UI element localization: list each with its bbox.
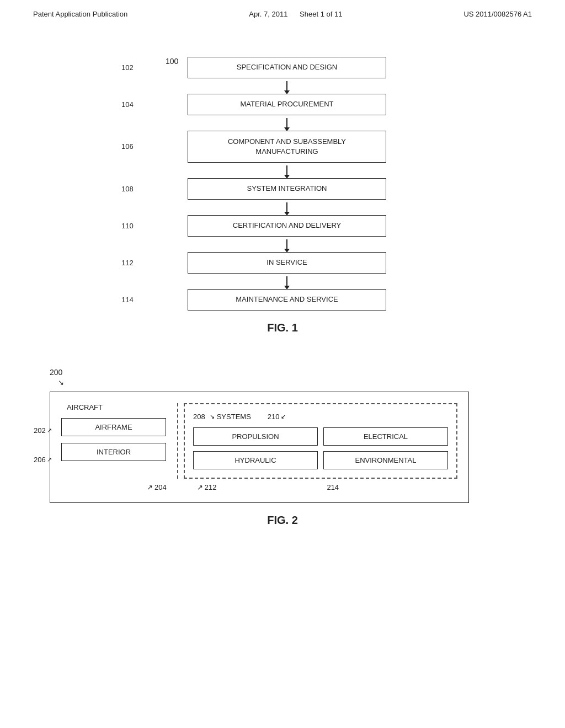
ref-108: 108 (121, 185, 134, 193)
box-system-integration: SYSTEM INTEGRATION (188, 178, 386, 200)
fig1-section: 100 ↘ 102 SPECIFICATION AND DESIGN 104 M… (33, 57, 532, 334)
box-component: COMPONENT AND SUBASSEMBLYMANUFACTURING (188, 131, 386, 163)
ref-206-label: 206 ↗ (34, 456, 52, 464)
ref-204: 204 (154, 483, 167, 491)
fig2-caption: FIG. 2 (33, 514, 532, 527)
fig2-bottom-refs: ↗ 204 ↗ 212 214 (61, 483, 457, 491)
outer-box: AIRCRAFT 202 ↗ 206 ↗ AIRFRAME (50, 392, 469, 503)
fig1-caption: FIG. 1 (33, 322, 532, 334)
ref-208: 208 (193, 413, 205, 421)
arrow-4 (188, 200, 386, 215)
ref-200-arrow: ↘ (58, 378, 64, 387)
arrow-6 (188, 274, 386, 289)
flow-item-110: 110 CERTIFICATION AND DELIVERY (188, 215, 386, 237)
electrical-box: ELECTRICAL (323, 427, 448, 446)
airframe-box: AIRFRAME (61, 418, 166, 436)
systems-grid: PROPULSION ELECTRICAL HYDRAULIC ENVIRONM… (193, 427, 448, 469)
flowchart: 102 SPECIFICATION AND DESIGN 104 MATERIA… (188, 57, 386, 311)
ref-212: 212 (205, 483, 217, 491)
flow-item-108: 108 SYSTEM INTEGRATION (188, 178, 386, 200)
page-header: Patent Application Publication Apr. 7, 2… (0, 0, 565, 24)
header-sheet: Sheet 1 of 11 (300, 10, 342, 18)
fig2-left-boxes: AIRFRAME INTERIOR (61, 418, 166, 461)
ref-100: 100 (166, 57, 178, 66)
fig2-inner: AIRCRAFT 202 ↗ 206 ↗ AIRFRAME (61, 403, 457, 479)
header-date-sheet: Apr. 7, 2011 Sheet 1 of 11 (249, 10, 342, 18)
ref-106: 106 (121, 142, 134, 151)
hydraulic-box: HYDRAULIC (193, 451, 318, 469)
flow-item-112: 112 IN SERVICE (188, 252, 386, 274)
arrow-5 (188, 237, 386, 252)
fig2-section: 200 ↘ AIRCRAFT 202 ↗ (33, 367, 532, 527)
propulsion-box: PROPULSION (193, 427, 318, 446)
ref-112: 112 (121, 259, 134, 267)
interior-box: INTERIOR (61, 443, 166, 461)
box-certification: CERTIFICATION AND DELIVERY (188, 215, 386, 237)
fig2-diagram: AIRCRAFT 202 ↗ 206 ↗ AIRFRAME (50, 392, 469, 503)
box-maintenance: MAINTENANCE AND SERVICE (188, 289, 386, 311)
ref-214: 214 (327, 483, 339, 491)
aircraft-label: AIRCRAFT (61, 403, 166, 411)
ref-200: 200 (50, 368, 62, 377)
dashed-systems-box: 208 ↘ SYSTEMS 210 ↙ PROPULSION ELECTRICA… (184, 403, 457, 479)
box-in-service: IN SERVICE (188, 252, 386, 274)
header-patent-number: US 2011/0082576 A1 (463, 10, 532, 18)
fig2-divider (177, 403, 178, 479)
systems-text: SYSTEMS (217, 413, 251, 421)
ref-110: 110 (121, 222, 134, 230)
flow-item-102: 102 SPECIFICATION AND DESIGN (188, 57, 386, 78)
flow-item-114: 114 MAINTENANCE AND SERVICE (188, 289, 386, 311)
ref-102: 102 (121, 63, 134, 72)
flow-item-106: 106 COMPONENT AND SUBASSEMBLYMANUFACTURI… (188, 131, 386, 163)
header-publication: Patent Application Publication (33, 10, 127, 18)
arrow-1 (188, 78, 386, 94)
ref-114: 114 (121, 296, 134, 304)
main-content: 100 ↘ 102 SPECIFICATION AND DESIGN 104 M… (0, 24, 565, 543)
flow-item-104: 104 MATERIAL PROCUREMENT (188, 94, 386, 115)
fig2-left: AIRCRAFT 202 ↗ 206 ↗ AIRFRAME (61, 403, 172, 479)
ref-210: 210 (268, 413, 280, 421)
systems-header: 208 ↘ SYSTEMS 210 ↙ (193, 413, 448, 421)
ref-202-label: 202 ↗ (34, 426, 52, 435)
header-date: Apr. 7, 2011 (249, 10, 287, 18)
box-specification: SPECIFICATION AND DESIGN (188, 57, 386, 78)
box-material: MATERIAL PROCUREMENT (188, 94, 386, 115)
ref-104: 104 (121, 100, 134, 109)
arrow-3 (188, 163, 386, 178)
arrow-2 (188, 115, 386, 131)
environmental-box: ENVIRONMENTAL (323, 451, 448, 469)
fig2-right-wrapper: 208 ↘ SYSTEMS 210 ↙ PROPULSION ELECTRICA… (184, 403, 457, 479)
